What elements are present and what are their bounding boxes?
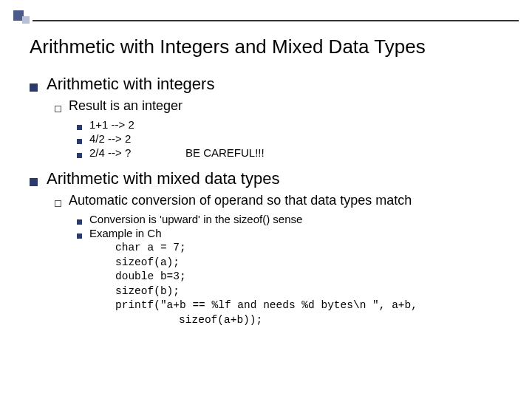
list-item: Automatic conversion of operand so that … (55, 193, 510, 327)
hollow-bullet-icon (55, 200, 61, 207)
code-line: double b=3; (115, 270, 510, 284)
example-text: 2/4 --> ?BE CAREFUL!!! (89, 146, 265, 159)
slide-content: Arithmetic with Integers and Mixed Data … (30, 35, 510, 338)
hollow-bullet-icon (55, 106, 61, 112)
code-line: printf("a+b == %lf and needs %d bytes\n … (115, 299, 510, 313)
list-item: Conversion is 'upward' in the sizeof() s… (77, 213, 510, 225)
small-bullet-icon (77, 153, 82, 158)
list-item: 1+1 --> 2 (77, 118, 510, 131)
slide-decoration (0, 10, 532, 24)
small-bullet-icon (77, 219, 82, 225)
small-bullet-icon (77, 139, 82, 144)
code-line: sizeof(a+b)); (115, 313, 510, 328)
list-item: Arithmetic with mixed data types Automat… (30, 169, 510, 327)
code-line: char a = 7; (115, 241, 510, 256)
bullet-icon (30, 178, 38, 186)
example-text: 4/2 --> 2 (89, 132, 156, 145)
code-line: sizeof(a); (115, 256, 510, 270)
list-item: 4/2 --> 2 (77, 132, 510, 145)
deco-line (33, 20, 519, 21)
deco-square-light (22, 16, 30, 24)
point-text: Conversion is 'upward' in the sizeof() s… (89, 213, 302, 225)
list-item: Arithmetic with integers Result is an in… (30, 75, 510, 159)
section-heading: Arithmetic with integers (47, 75, 214, 94)
list-item: Result is an integer 1+1 --> 2 (55, 98, 510, 159)
bullet-icon (30, 83, 38, 92)
small-bullet-icon (77, 233, 82, 239)
sub-text: Result is an integer (69, 98, 183, 114)
list-item: 2/4 --> ?BE CAREFUL!!! (77, 146, 510, 159)
section-heading: Arithmetic with mixed data types (47, 169, 279, 188)
bullet-list: Arithmetic with integers Result is an in… (30, 75, 510, 327)
slide-title: Arithmetic with Integers and Mixed Data … (30, 35, 510, 58)
example-text: 1+1 --> 2 (89, 118, 156, 131)
code-block: char a = 7; sizeof(a); double b=3; sizeo… (115, 241, 510, 327)
small-bullet-icon (77, 125, 82, 130)
list-item: Example in Ch char a = 7; sizeof(a); dou… (77, 227, 510, 327)
sub-text: Automatic conversion of operand so that … (69, 193, 412, 208)
code-line: sizeof(b); (115, 284, 510, 299)
point-text: Example in Ch (89, 227, 162, 239)
